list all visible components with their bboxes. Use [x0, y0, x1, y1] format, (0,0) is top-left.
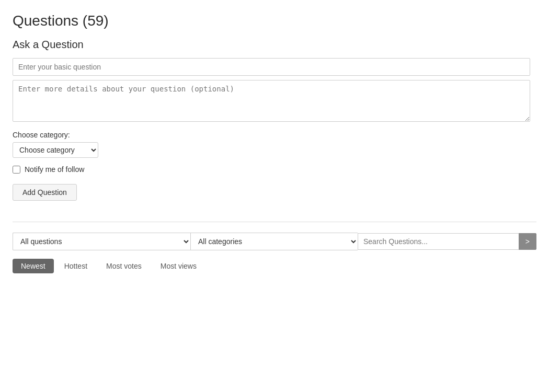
filter-row: All questions Open questions Closed ques…: [13, 233, 536, 250]
tab-newest[interactable]: Newest: [13, 259, 54, 273]
notify-row: Notify me of follow: [13, 165, 536, 174]
filter-categories-select[interactable]: All categories General Technical: [190, 233, 358, 250]
details-input[interactable]: [13, 80, 530, 122]
sort-tabs: Newest Hottest Most votes Most views: [13, 259, 536, 273]
search-button[interactable]: >: [519, 233, 536, 250]
ask-heading: Ask a Question: [13, 39, 536, 51]
tab-most-views[interactable]: Most views: [152, 259, 205, 273]
page-title: Questions (59): [13, 13, 536, 29]
section-divider: [13, 222, 536, 222]
add-question-button[interactable]: Add Question: [13, 184, 77, 201]
notify-label[interactable]: Notify me of follow: [25, 165, 84, 174]
ask-form: Choose category: Choose category General…: [13, 58, 536, 216]
tab-hottest[interactable]: Hottest: [56, 259, 96, 273]
category-select[interactable]: Choose category General Technical Billin…: [13, 142, 98, 158]
notify-checkbox[interactable]: [13, 166, 20, 174]
basic-question-input[interactable]: [13, 58, 530, 76]
tab-most-votes[interactable]: Most votes: [98, 259, 150, 273]
category-label: Choose category:: [13, 131, 536, 139]
search-input[interactable]: [358, 233, 519, 250]
filter-questions-select[interactable]: All questions Open questions Closed ques…: [13, 233, 190, 250]
search-wrapper: >: [358, 233, 536, 250]
